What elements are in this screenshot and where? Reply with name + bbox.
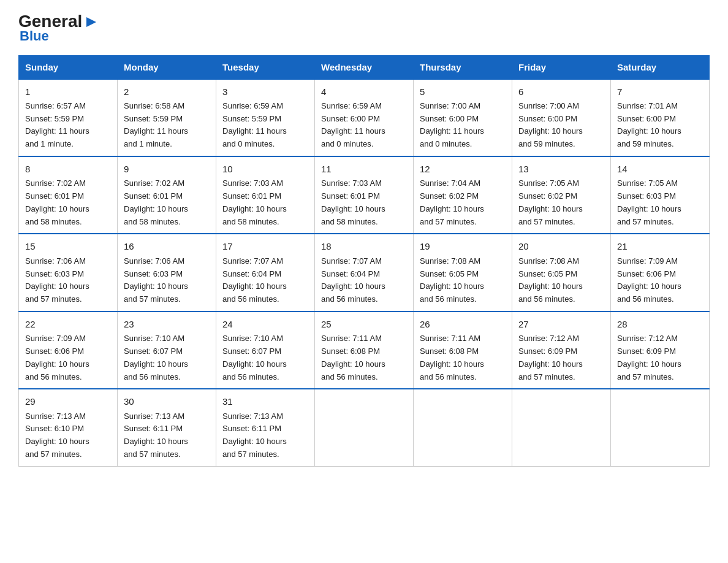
day-number: 18	[321, 239, 407, 253]
calendar-cell: 10 Sunrise: 7:03 AMSunset: 6:01 PMDaylig…	[216, 156, 315, 234]
calendar-cell: 14 Sunrise: 7:05 AMSunset: 6:03 PMDaylig…	[611, 156, 710, 234]
calendar-cell: 7 Sunrise: 7:01 AMSunset: 6:00 PMDayligh…	[611, 79, 710, 156]
day-number: 17	[222, 239, 308, 253]
day-info: Sunrise: 6:57 AMSunset: 5:59 PMDaylight:…	[25, 101, 89, 148]
day-info: Sunrise: 6:59 AMSunset: 6:00 PMDaylight:…	[321, 101, 385, 148]
calendar-cell: 5 Sunrise: 7:00 AMSunset: 6:00 PMDayligh…	[414, 79, 512, 156]
calendar-cell: 13 Sunrise: 7:05 AMSunset: 6:02 PMDaylig…	[512, 156, 611, 234]
column-header-saturday: Saturday	[611, 55, 710, 79]
calendar-cell: 20 Sunrise: 7:08 AMSunset: 6:05 PMDaylig…	[512, 234, 611, 311]
logo-general-text: General	[18, 13, 82, 30]
calendar-cell: 6 Sunrise: 7:00 AMSunset: 6:00 PMDayligh…	[512, 79, 611, 156]
day-number: 14	[617, 162, 703, 176]
calendar-cell: 17 Sunrise: 7:07 AMSunset: 6:04 PMDaylig…	[216, 234, 315, 311]
calendar-cell: 15 Sunrise: 7:06 AMSunset: 6:03 PMDaylig…	[19, 234, 118, 311]
day-number: 15	[25, 239, 111, 253]
day-info: Sunrise: 7:07 AMSunset: 6:04 PMDaylight:…	[222, 256, 287, 304]
day-info: Sunrise: 7:09 AMSunset: 6:06 PMDaylight:…	[617, 256, 681, 304]
calendar-cell: 26 Sunrise: 7:11 AMSunset: 6:08 PMDaylig…	[414, 312, 512, 389]
day-number: 2	[124, 85, 210, 99]
calendar-cell: 11 Sunrise: 7:03 AMSunset: 6:01 PMDaylig…	[315, 156, 414, 234]
day-info: Sunrise: 7:12 AMSunset: 6:09 PMDaylight:…	[617, 334, 681, 381]
day-number: 1	[25, 85, 111, 99]
day-number: 3	[222, 85, 308, 99]
calendar-cell: 23 Sunrise: 7:10 AMSunset: 6:07 PMDaylig…	[118, 312, 216, 389]
logo-blue-label: Blue	[20, 28, 49, 44]
day-number: 16	[124, 239, 210, 253]
day-info: Sunrise: 7:06 AMSunset: 6:03 PMDaylight:…	[25, 256, 89, 304]
day-info: Sunrise: 7:13 AMSunset: 6:11 PMDaylight:…	[222, 412, 287, 459]
day-info: Sunrise: 7:00 AMSunset: 6:00 PMDaylight:…	[518, 101, 583, 148]
day-number: 24	[222, 317, 308, 331]
day-info: Sunrise: 7:02 AMSunset: 6:01 PMDaylight:…	[124, 178, 188, 226]
day-info: Sunrise: 7:04 AMSunset: 6:02 PMDaylight:…	[420, 178, 484, 226]
calendar-cell: 9 Sunrise: 7:02 AMSunset: 6:01 PMDayligh…	[118, 156, 216, 234]
calendar-cell: 8 Sunrise: 7:02 AMSunset: 6:01 PMDayligh…	[19, 156, 118, 234]
day-number: 31	[222, 394, 308, 408]
day-info: Sunrise: 7:02 AMSunset: 6:01 PMDaylight:…	[25, 178, 89, 226]
day-info: Sunrise: 7:13 AMSunset: 6:11 PMDaylight:…	[124, 412, 188, 459]
column-header-wednesday: Wednesday	[315, 55, 414, 79]
day-number: 23	[124, 317, 210, 331]
day-info: Sunrise: 7:06 AMSunset: 6:03 PMDaylight:…	[124, 256, 188, 304]
calendar-cell: 3 Sunrise: 6:59 AMSunset: 5:59 PMDayligh…	[216, 79, 315, 156]
calendar-cell: 18 Sunrise: 7:07 AMSunset: 6:04 PMDaylig…	[315, 234, 414, 311]
day-info: Sunrise: 7:11 AMSunset: 6:08 PMDaylight:…	[420, 334, 484, 381]
day-info: Sunrise: 7:10 AMSunset: 6:07 PMDaylight:…	[222, 334, 287, 381]
day-info: Sunrise: 7:12 AMSunset: 6:09 PMDaylight:…	[518, 334, 583, 381]
day-number: 13	[518, 162, 604, 176]
day-info: Sunrise: 6:59 AMSunset: 5:59 PMDaylight:…	[222, 101, 287, 148]
calendar-cell: 21 Sunrise: 7:09 AMSunset: 6:06 PMDaylig…	[611, 234, 710, 311]
day-number: 9	[124, 162, 210, 176]
calendar-cell: 28 Sunrise: 7:12 AMSunset: 6:09 PMDaylig…	[611, 312, 710, 389]
day-number: 21	[617, 239, 703, 253]
calendar-cell: 24 Sunrise: 7:10 AMSunset: 6:07 PMDaylig…	[216, 312, 315, 389]
day-number: 26	[420, 317, 506, 331]
calendar-cell: 27 Sunrise: 7:12 AMSunset: 6:09 PMDaylig…	[512, 312, 611, 389]
column-header-thursday: Thursday	[414, 55, 512, 79]
page-header: General Blue	[18, 12, 710, 44]
day-info: Sunrise: 7:08 AMSunset: 6:05 PMDaylight:…	[518, 256, 583, 304]
day-number: 25	[321, 317, 407, 331]
calendar-week-row: 22 Sunrise: 7:09 AMSunset: 6:06 PMDaylig…	[19, 312, 710, 389]
day-number: 27	[518, 317, 604, 331]
calendar-cell: 22 Sunrise: 7:09 AMSunset: 6:06 PMDaylig…	[19, 312, 118, 389]
day-number: 11	[321, 162, 407, 176]
day-number: 29	[25, 394, 111, 408]
logo-arrow-icon	[83, 12, 100, 31]
calendar-cell: 19 Sunrise: 7:08 AMSunset: 6:05 PMDaylig…	[414, 234, 512, 311]
calendar-table: SundayMondayTuesdayWednesdayThursdayFrid…	[18, 55, 710, 467]
day-number: 6	[518, 85, 604, 99]
calendar-header-row: SundayMondayTuesdayWednesdayThursdayFrid…	[19, 55, 710, 79]
calendar-cell: 31 Sunrise: 7:13 AMSunset: 6:11 PMDaylig…	[216, 389, 315, 466]
day-number: 20	[518, 239, 604, 253]
day-info: Sunrise: 7:05 AMSunset: 6:02 PMDaylight:…	[518, 178, 583, 226]
day-info: Sunrise: 7:05 AMSunset: 6:03 PMDaylight:…	[617, 178, 681, 226]
calendar-cell: 12 Sunrise: 7:04 AMSunset: 6:02 PMDaylig…	[414, 156, 512, 234]
calendar-cell: 2 Sunrise: 6:58 AMSunset: 5:59 PMDayligh…	[118, 79, 216, 156]
day-number: 22	[25, 317, 111, 331]
column-header-sunday: Sunday	[19, 55, 118, 79]
day-info: Sunrise: 7:01 AMSunset: 6:00 PMDaylight:…	[617, 101, 681, 148]
day-info: Sunrise: 7:03 AMSunset: 6:01 PMDaylight:…	[321, 178, 385, 226]
calendar-cell: 25 Sunrise: 7:11 AMSunset: 6:08 PMDaylig…	[315, 312, 414, 389]
day-number: 12	[420, 162, 506, 176]
calendar-cell	[315, 389, 414, 466]
day-number: 4	[321, 85, 407, 99]
svg-marker-0	[86, 17, 96, 27]
column-header-friday: Friday	[512, 55, 611, 79]
column-header-tuesday: Tuesday	[216, 55, 315, 79]
day-info: Sunrise: 7:00 AMSunset: 6:00 PMDaylight:…	[420, 101, 484, 148]
calendar-cell: 1 Sunrise: 6:57 AMSunset: 5:59 PMDayligh…	[19, 79, 118, 156]
calendar-cell	[611, 389, 710, 466]
day-number: 28	[617, 317, 703, 331]
calendar-cell	[414, 389, 512, 466]
calendar-week-row: 15 Sunrise: 7:06 AMSunset: 6:03 PMDaylig…	[19, 234, 710, 311]
calendar-cell	[512, 389, 611, 466]
day-number: 30	[124, 394, 210, 408]
column-header-monday: Monday	[118, 55, 216, 79]
day-number: 7	[617, 85, 703, 99]
day-number: 19	[420, 239, 506, 253]
day-info: Sunrise: 7:09 AMSunset: 6:06 PMDaylight:…	[25, 334, 89, 381]
day-info: Sunrise: 7:08 AMSunset: 6:05 PMDaylight:…	[420, 256, 484, 304]
